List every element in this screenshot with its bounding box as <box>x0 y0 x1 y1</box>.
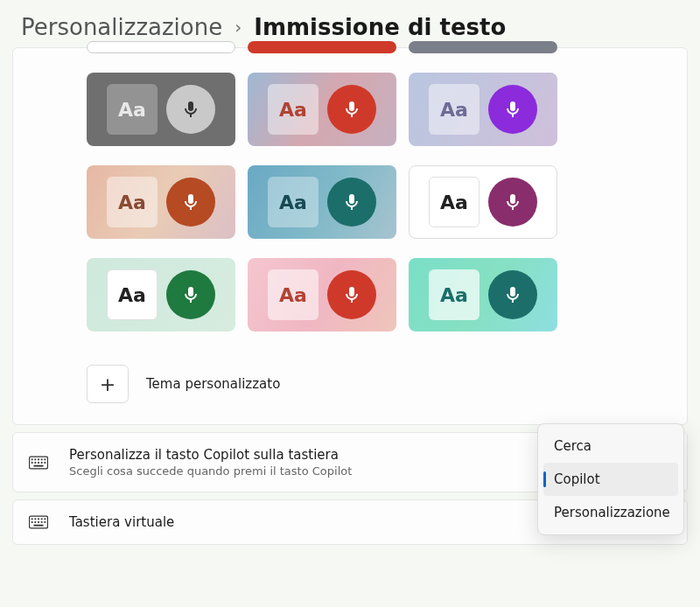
keyboard-icon <box>29 456 48 470</box>
theme-grid: Aa Aa Aa Aa Aa Aa Aa Aa <box>13 41 687 340</box>
theme-aa-preview: Aa <box>268 269 318 320</box>
chevron-right-icon: › <box>234 17 242 38</box>
microphone-icon <box>166 178 215 227</box>
microphone-icon <box>166 85 215 134</box>
dropdown-item-personalization[interactable]: Personalizzazione <box>543 496 678 529</box>
microphone-icon <box>327 178 376 227</box>
theme-aa-preview: Aa <box>107 269 158 320</box>
keyboard-icon <box>29 515 48 529</box>
microphone-icon <box>488 85 537 134</box>
copilot-key-dropdown: Cerca Copilot Personalizzazione <box>537 423 684 535</box>
theme-white-magenta[interactable]: Aa <box>409 165 557 239</box>
microphone-icon <box>488 178 537 227</box>
microphone-icon <box>327 270 376 319</box>
theme-mint-green[interactable]: Aa <box>87 258 235 331</box>
theme-partial-2[interactable] <box>248 41 396 53</box>
theme-lavender[interactable]: Aa <box>409 73 557 146</box>
theme-aa-preview: Aa <box>268 84 318 135</box>
theme-dark[interactable]: Aa <box>87 73 235 146</box>
microphone-icon <box>166 270 215 319</box>
theme-partial-1[interactable] <box>87 41 235 53</box>
breadcrumb: Personalizzazione › Immissione di testo <box>0 0 700 45</box>
dropdown-item-search[interactable]: Cerca <box>543 429 678 463</box>
theme-sunset[interactable]: Aa <box>248 73 396 146</box>
theme-earth[interactable]: Aa <box>87 165 235 239</box>
theme-aa-preview: Aa <box>429 84 480 135</box>
microphone-icon <box>488 270 537 319</box>
theme-aa-preview: Aa <box>107 177 158 227</box>
theme-panel: Aa Aa Aa Aa Aa Aa Aa Aa <box>12 47 688 425</box>
theme-teal[interactable]: Aa <box>409 258 557 331</box>
dropdown-item-copilot[interactable]: Copilot <box>543 463 678 496</box>
theme-aa-preview: Aa <box>268 177 318 227</box>
custom-theme-label: Tema personalizzato <box>146 376 280 392</box>
theme-aa-preview: Aa <box>429 269 480 320</box>
page-title: Immissione di testo <box>254 14 506 40</box>
custom-theme-row[interactable]: + Tema personalizzato <box>13 340 687 403</box>
microphone-icon <box>327 85 376 134</box>
theme-aa-preview: Aa <box>107 84 158 135</box>
breadcrumb-parent[interactable]: Personalizzazione <box>21 14 222 40</box>
plus-icon[interactable]: + <box>87 365 129 403</box>
theme-ocean[interactable]: Aa <box>248 165 396 239</box>
theme-aa-preview: Aa <box>429 177 480 227</box>
theme-pink-red[interactable]: Aa <box>248 258 396 331</box>
theme-partial-3[interactable] <box>409 41 557 53</box>
